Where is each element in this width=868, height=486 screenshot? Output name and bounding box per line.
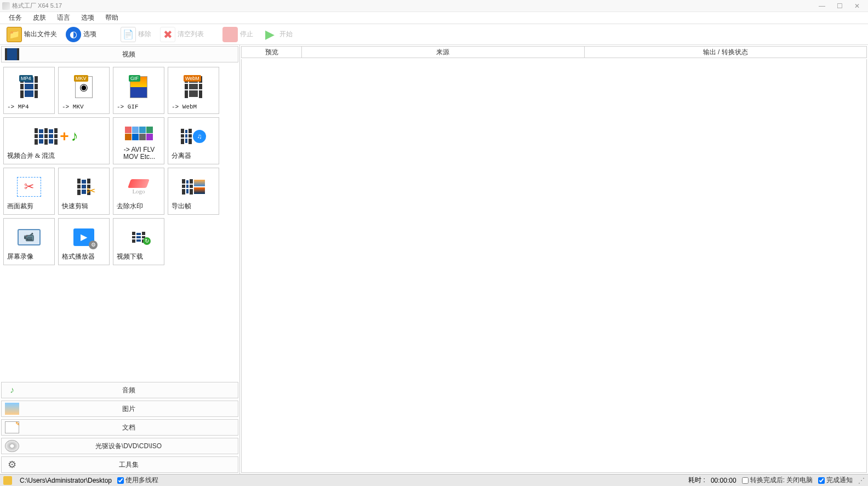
start-button[interactable]: ▶ 开始 <box>260 26 295 43</box>
item-video-download-label: 视频下载 <box>116 252 162 261</box>
music-note-icon: ♪ <box>71 128 78 145</box>
disc-icon <box>5 440 19 452</box>
notify-toggle[interactable]: 完成通知 <box>818 476 853 485</box>
clear-list-button[interactable]: ✖ 清空列表 <box>158 26 206 43</box>
col-preview[interactable]: 预览 <box>242 47 302 58</box>
plus-icon: + <box>60 128 68 145</box>
item-export-frames-label: 导出帧 <box>170 202 216 211</box>
output-folder-button[interactable]: 📁 输出文件夹 <box>4 26 59 43</box>
col-status[interactable]: 输出 / 转换状态 <box>585 47 867 58</box>
item-more-formats[interactable]: -> AVI FLV MOV Etc... <box>113 117 164 164</box>
elapsed-label: 耗时 : <box>688 476 705 485</box>
item-crop[interactable]: ✂ 画面裁剪 <box>3 168 55 215</box>
item-video-download[interactable]: ↻ 视频下载 <box>113 218 164 265</box>
gear-icon: ⚙ <box>89 241 98 249</box>
folder-icon[interactable] <box>3 476 12 485</box>
download-icon: ↻ <box>143 237 151 245</box>
item-format-player[interactable]: ▶⚙ 格式播放器 <box>58 218 110 265</box>
item-to-webm-label: -> WebM <box>170 104 216 110</box>
options-icon: ◐ <box>66 27 81 42</box>
music-note-icon: ♪ <box>5 384 19 396</box>
notify-label: 完成通知 <box>826 476 853 485</box>
category-video-header[interactable]: 视频 <box>1 46 238 62</box>
item-to-mp4[interactable]: MP4 -> MP4 <box>3 67 55 114</box>
menu-options[interactable]: 选项 <box>76 12 100 24</box>
maximize-button[interactable]: ☐ <box>831 1 848 11</box>
category-document-header[interactable]: ✎ 文档 <box>1 419 238 436</box>
document-icon: ✎ <box>5 421 19 433</box>
title-bar: 格式工厂 X64 5.17 — ☐ ✕ <box>0 0 868 12</box>
category-video-body: MP4 -> MP4 ◉MKV -> MKV GIF -> GIF WebM -… <box>0 64 239 381</box>
col-source[interactable]: 来源 <box>302 47 585 58</box>
menu-language[interactable]: 语言 <box>52 12 76 24</box>
shutdown-value: 关闭电脑 <box>786 476 813 485</box>
folder-icon: 📁 <box>7 27 22 42</box>
close-button[interactable]: ✕ <box>848 1 866 11</box>
item-to-gif[interactable]: GIF -> GIF <box>113 67 164 114</box>
category-optical-title: 光驱设备\DVD\CD\ISO <box>22 442 235 451</box>
shutdown-toggle[interactable]: 转换完成后: 关闭电脑 <box>742 476 813 485</box>
start-label: 开始 <box>279 30 293 39</box>
category-audio-header[interactable]: ♪ 音频 <box>1 382 238 398</box>
category-document-title: 文档 <box>22 423 235 432</box>
task-list[interactable] <box>241 59 867 473</box>
category-tools-header[interactable]: ⚙ 工具集 <box>1 456 238 473</box>
left-panel: 视频 MP4 -> MP4 ◉MKV -> MKV GIF -> GIF Web… <box>0 45 240 474</box>
options-button[interactable]: ◐ 选项 <box>64 26 99 43</box>
shutdown-checkbox[interactable] <box>742 477 749 484</box>
remove-button[interactable]: 📄 移除 <box>118 26 153 43</box>
item-to-mp4-label: -> MP4 <box>6 104 52 110</box>
stop-button[interactable]: 停止 <box>220 26 255 43</box>
menu-help[interactable]: 帮助 <box>100 12 124 24</box>
app-icon <box>2 2 10 10</box>
status-bar: C:\Users\Administrator\Desktop 使用多线程 耗时 … <box>0 474 868 486</box>
scissors-icon: ✂ <box>24 180 34 194</box>
clear-icon: ✖ <box>160 27 175 42</box>
item-more-formats-line2: MOV Etc... <box>117 153 162 161</box>
menu-skin[interactable]: 皮肤 <box>27 12 52 24</box>
category-image-header[interactable]: 图片 <box>1 401 238 417</box>
camcorder-icon: 📹 <box>24 232 35 242</box>
item-remove-watermark[interactable]: Logo 去除水印 <box>113 168 164 215</box>
item-merge-mux[interactable]: + ♪ 视频合并 & 混流 <box>3 117 110 164</box>
item-to-mkv[interactable]: ◉MKV -> MKV <box>58 67 110 114</box>
file-remove-icon: 📄 <box>121 27 136 42</box>
scissors-icon: ✂ <box>87 184 96 197</box>
task-columns-header: 预览 来源 输出 / 转换状态 <box>241 46 867 58</box>
minimize-button[interactable]: — <box>813 1 831 11</box>
item-quick-cut-label: 快速剪辑 <box>61 202 107 211</box>
elapsed-value: 00:00:00 <box>711 477 736 484</box>
item-splitter-label: 分离器 <box>170 151 216 161</box>
category-image-title: 图片 <box>22 404 235 414</box>
work-area: 视频 MP4 -> MP4 ◉MKV -> MKV GIF -> GIF Web… <box>0 45 868 474</box>
play-icon: ▶ <box>262 27 277 42</box>
window-title: 格式工厂 X64 5.17 <box>12 2 62 10</box>
output-folder-label: 输出文件夹 <box>24 30 57 39</box>
multithread-checkbox[interactable] <box>117 477 124 484</box>
item-export-frames[interactable]: 导出帧 <box>168 168 219 215</box>
notify-checkbox[interactable] <box>818 477 825 484</box>
category-tools-title: 工具集 <box>22 460 235 470</box>
options-label: 选项 <box>83 30 96 39</box>
item-splitter[interactable]: ♫ 分离器 <box>168 117 219 164</box>
menu-bar: 任务 皮肤 语言 选项 帮助 <box>0 12 868 24</box>
right-panel: 预览 来源 输出 / 转换状态 <box>240 45 868 474</box>
output-path[interactable]: C:\Users\Administrator\Desktop <box>20 477 112 484</box>
item-to-gif-label: -> GIF <box>116 104 162 110</box>
shutdown-label: 转换完成后: <box>750 476 785 485</box>
item-more-formats-line1: -> AVI FLV <box>117 146 162 153</box>
menu-task[interactable]: 任务 <box>3 12 27 24</box>
stop-label: 停止 <box>240 30 253 39</box>
item-screen-record[interactable]: 📹 屏幕录像 <box>3 218 55 265</box>
resize-grip-icon[interactable]: ⋰ <box>858 477 865 484</box>
item-to-mkv-label: -> MKV <box>61 104 107 110</box>
picture-icon <box>5 403 19 415</box>
item-format-player-label: 格式播放器 <box>61 252 107 261</box>
gear-icon: ⚙ <box>5 459 19 471</box>
item-to-webm[interactable]: WebM -> WebM <box>168 67 219 114</box>
item-quick-cut[interactable]: ✂ 快速剪辑 <box>58 168 110 215</box>
item-screen-record-label: 屏幕录像 <box>6 252 52 261</box>
multithread-toggle[interactable]: 使用多线程 <box>117 476 158 485</box>
category-optical-header[interactable]: 光驱设备\DVD\CD\ISO <box>1 438 238 454</box>
category-video-title: 视频 <box>22 50 235 59</box>
